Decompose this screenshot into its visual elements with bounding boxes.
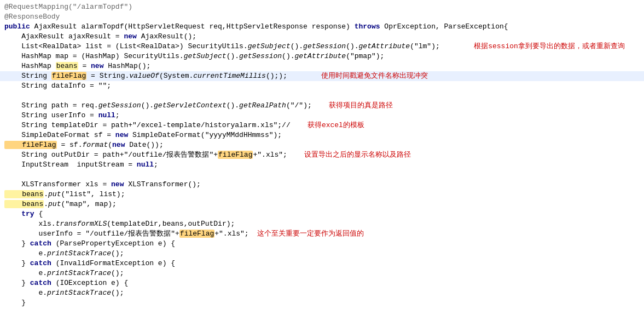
line-2: @ResponseBody [0, 12, 644, 22]
line-20: beans.put("list", list); [0, 190, 644, 199]
line-25: } catch (ParsePropertyException e) { [0, 239, 644, 249]
comment-timestamp: 使用时间戳避免文件名称出现冲突 [287, 72, 428, 80]
annotation-responsebody: @ResponseBody [4, 13, 60, 21]
comment-session: 根据session拿到要导出的数据，或者重新查询 [440, 42, 625, 50]
line-27: } catch (InvalidFormatException e) { [0, 259, 644, 268]
line-22: try { [0, 209, 644, 219]
kw-public: public [4, 22, 30, 31]
line-12: String userInfo = null; [0, 111, 644, 121]
line-30: e.printStackTrace(); [0, 288, 644, 298]
line-15: fileFlag = sf.format(new Date()); [0, 140, 644, 150]
line-26: e.printStackTrace(); [0, 249, 644, 259]
highlight-fileflag-outdir: fileFlag [218, 151, 253, 159]
annotation-requestmapping: @RequestMapping("/alarmTopdf") [4, 3, 132, 11]
line-21: beans.put("map", map); [0, 199, 644, 209]
highlight-beans-list: beans [4, 190, 44, 198]
line-4: AjaxResult ajaxResult = new AjaxResult()… [0, 32, 644, 42]
line-5: List<RealData> list = (List<RealData>) S… [0, 42, 644, 52]
highlight-beans: beans [56, 62, 78, 70]
comment-important: 这个至关重要一定要作为返回值的 [249, 230, 364, 238]
highlight-fileflag-assign: fileFlag [4, 141, 57, 149]
highlight-fileflag-userinfo: fileFlag [179, 230, 214, 238]
line-8: String fileFlag = String.valueOf(System.… [0, 71, 644, 81]
line-31: } [0, 298, 644, 308]
line-18 [0, 170, 644, 180]
line-11: String path = req.getSession().getServle… [0, 101, 644, 111]
line-7: HashMap beans = new HashMap(); [0, 61, 644, 71]
comment-path: 获得项目的真是路径 [312, 101, 393, 110]
line-3: public AjaxResult alarmTopdf(HttpServlet… [0, 22, 644, 32]
highlight-beans-map: beans [4, 200, 44, 208]
line-23: xls.transformXLS(templateDir,beans,outPu… [0, 219, 644, 229]
highlight-fileflag-decl: fileFlag [51, 72, 86, 80]
line-24: userInfo = "/outfile/报表告警数据"+fileFlag+".… [0, 229, 644, 239]
line-16: String outPutDir = path+"/outfile/报表告警数据… [0, 150, 644, 160]
line-19: XLSTransformer xls = new XLSTransformer(… [0, 180, 644, 190]
line-13: String templateDir = path+"/excel-templa… [0, 121, 644, 130]
line-9: String dataInfo = ""; [0, 81, 644, 91]
comment-outdir: 设置导出之后的显示名称以及路径 [287, 151, 411, 159]
comment-excel: 获得excel的模板 [291, 121, 364, 129]
line-17: InputStream inputStream = null; [0, 160, 644, 170]
code-container: @RequestMapping("/alarmTopdf") @Response… [0, 0, 644, 309]
line-10 [0, 91, 644, 101]
line-6: HashMap map = (HashMap) SecurityUtils.ge… [0, 52, 644, 61]
line-28: e.printStackTrace(); [0, 268, 644, 278]
line-1: @RequestMapping("/alarmTopdf") [0, 2, 644, 12]
kw-throws: throws [355, 22, 380, 31]
line-29: } catch (IOException e) { [0, 278, 644, 288]
line-14: SimpleDateFormat sf = new SimpleDateForm… [0, 130, 644, 140]
